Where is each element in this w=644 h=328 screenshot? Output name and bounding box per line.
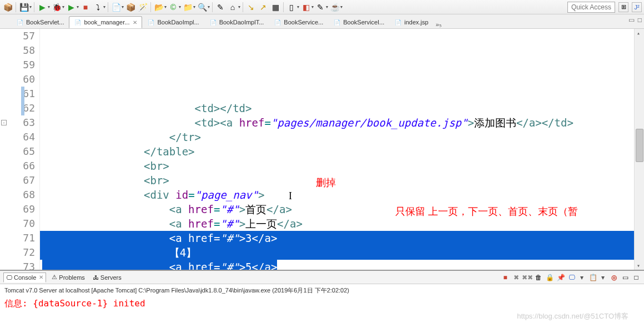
code-line[interactable]: 【4】	[40, 245, 644, 260]
minimize-icon[interactable]: ▭	[628, 16, 635, 24]
console-output: 信息: {dataSource-1} inited	[0, 297, 644, 311]
search-icon[interactable]: 🔍	[197, 2, 208, 13]
line-number: 68	[0, 188, 35, 202]
line-number: 64	[0, 130, 35, 144]
code-line[interactable]: </tr>	[40, 130, 644, 144]
terminate-icon[interactable]: ■	[501, 273, 510, 282]
new-project-icon[interactable]: 📄	[110, 2, 122, 13]
scrollbar-thumb[interactable]	[636, 129, 643, 162]
min-icon[interactable]: ▭	[621, 273, 630, 282]
wand-icon[interactable]: 🪄	[137, 2, 148, 13]
servers-icon: 🖧	[93, 274, 99, 281]
line-number: 69	[0, 202, 35, 216]
code-editor[interactable]: 57585960616263-64656667686970717273 删掉 只…	[0, 29, 644, 270]
line-number: 61	[0, 87, 35, 101]
console-panel: 🖵Console✕ ⚠Problems 🖧Servers ■ ✖ ✖✖ 🗑 🔒 …	[0, 270, 644, 311]
scroll-lock-icon[interactable]: 🔒	[545, 273, 554, 282]
new-class-icon[interactable]: ©	[168, 2, 179, 13]
code-area[interactable]: 删掉 只保留 上一页，下一页、首页、末页（暂 I <td></td> <td><…	[40, 29, 644, 270]
console-tab[interactable]: 🖵Console✕	[3, 273, 46, 282]
tab-indexjsp[interactable]: 📄index.jsp	[389, 16, 433, 28]
line-number: 71	[0, 231, 35, 245]
remove-launch-icon[interactable]: ✖	[512, 273, 521, 282]
code-line[interactable]: <td><a href="pages/manager/book_update.j…	[40, 115, 644, 130]
line-number: 57	[0, 29, 35, 43]
line-number-gutter: 57585960616263-64656667686970717273	[0, 29, 40, 270]
tab-bookservlet[interactable]: 📄BookServlet...	[11, 16, 69, 28]
java-file-icon: 📄	[333, 18, 341, 26]
code-line[interactable]: <a href="#">5</a>	[40, 260, 644, 270]
debug-icon[interactable]: 🐞	[51, 2, 62, 13]
problems-tab[interactable]: ⚠Problems	[49, 273, 87, 282]
jsp-file-icon: 📄	[16, 18, 24, 26]
java-ee-perspective-icon[interactable]: J²	[632, 2, 642, 12]
line-number: 66	[0, 159, 35, 173]
tab-bookdaoimpl[interactable]: 📄BookDaoImpl...	[142, 16, 204, 28]
perspective-button[interactable]: ⊞	[618, 2, 628, 12]
tab-book-manager[interactable]: 📄book_manager...✕	[69, 16, 142, 28]
shell-icon[interactable]: ⌂	[227, 2, 238, 13]
code-line[interactable]: <a href="#">3</a>	[40, 231, 644, 245]
open-type-icon[interactable]: 📂	[153, 2, 164, 13]
maximize-icon[interactable]: □	[638, 16, 642, 24]
pin-icon[interactable]: 📌	[556, 273, 565, 282]
tab-bookservice[interactable]: 📄BookService...	[269, 16, 328, 28]
package-icon[interactable]: 📦	[125, 2, 136, 13]
step-icon[interactable]: ↘	[245, 2, 256, 13]
jsp-file-icon: 📄	[394, 18, 402, 26]
new-folder-icon[interactable]: 📁	[182, 2, 193, 13]
jsp-file-icon: 📄	[74, 18, 82, 26]
coffee-icon[interactable]: ☕	[329, 2, 340, 13]
code-line[interactable]: <br>	[40, 159, 644, 173]
grid-icon[interactable]: ▦	[270, 2, 281, 13]
scroll-down-icon[interactable]: ▾	[637, 263, 640, 269]
close-icon[interactable]: ✕	[133, 19, 137, 26]
code-line[interactable]: <div id="page_nav">	[40, 188, 644, 202]
java-file-icon: 📄	[147, 18, 155, 26]
servers-tab[interactable]: 🖧Servers	[90, 273, 124, 282]
target-icon[interactable]: ◎	[610, 273, 618, 282]
line-number: 70	[0, 216, 35, 231]
line-number: 65	[0, 144, 35, 159]
bar-icon[interactable]: ▯	[286, 2, 297, 13]
code-line[interactable]: </table>	[40, 144, 644, 159]
java-file-icon: 📄	[209, 18, 217, 26]
red-icon[interactable]: ◧	[300, 2, 311, 13]
display-icon[interactable]: 🖵	[567, 273, 576, 282]
line-number: 62	[0, 101, 35, 115]
scroll-up-icon[interactable]: ▴	[637, 30, 640, 36]
tabs-overflow[interactable]: »₅	[436, 21, 441, 28]
vertical-scrollbar[interactable]: ▴ ▾	[634, 29, 644, 270]
open-console-icon[interactable]: 📋	[588, 273, 597, 282]
console-toolbar: ■ ✖ ✖✖ 🗑 🔒 📌 🖵▾ 📋▾ ◎ ▭ □	[501, 273, 641, 282]
console-status: Tomcat v7.0 Server at localhost [Apache …	[0, 284, 644, 297]
quick-access-input[interactable]: Quick Access	[567, 2, 615, 13]
close-icon[interactable]: ✕	[39, 274, 43, 280]
watermark: https://blog.csdn.net/@51CTO博客	[517, 311, 628, 321]
code-line[interactable]: <br>	[40, 173, 644, 188]
stop-icon[interactable]: ■	[80, 2, 91, 13]
pencil-icon[interactable]: ✎	[315, 2, 326, 13]
run-icon[interactable]: ▶	[37, 2, 48, 13]
remove-all-icon[interactable]: ✖✖	[523, 273, 532, 282]
line-number: 60	[0, 72, 35, 87]
clear-icon[interactable]: 🗑	[534, 273, 543, 282]
console-icon: 🖵	[6, 274, 12, 281]
tab-bookservicei[interactable]: 📄BookServiceI...	[328, 16, 389, 28]
code-line[interactable]: <td></td>	[40, 101, 644, 115]
save-icon[interactable]: 💾	[18, 2, 29, 13]
console-tabs: 🖵Console✕ ⚠Problems 🖧Servers ■ ✖ ✖✖ 🗑 🔒 …	[0, 271, 644, 284]
step2-icon[interactable]: ↗	[258, 2, 269, 13]
annotation-keep: 只保留 上一页，下一页、首页、末页（暂	[395, 204, 578, 219]
skip-icon[interactable]: ⤵	[92, 2, 103, 13]
task-icon[interactable]: ✎	[215, 2, 226, 13]
line-number: 73	[0, 260, 35, 270]
text-cursor-icon: I	[289, 189, 292, 203]
tab-bookdaoimplt[interactable]: 📄BookDaoImplT...	[204, 16, 269, 28]
line-number: 59	[0, 58, 35, 72]
packages-icon[interactable]: 📦	[2, 2, 13, 13]
line-number: 67	[0, 173, 35, 188]
max-icon[interactable]: □	[632, 273, 641, 282]
run-server-icon[interactable]: ▶	[66, 2, 77, 13]
problems-icon: ⚠	[52, 274, 57, 281]
